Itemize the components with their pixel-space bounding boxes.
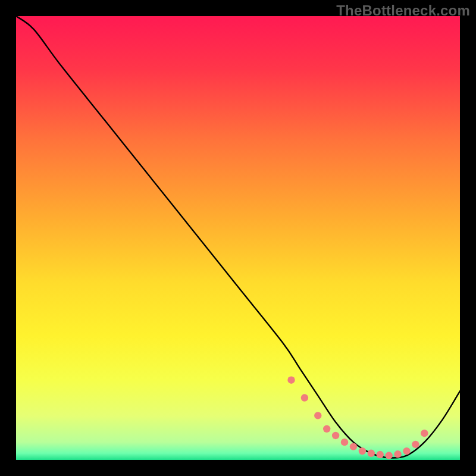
plot-area bbox=[16, 16, 460, 460]
valley-marker bbox=[314, 412, 321, 419]
valley-marker bbox=[341, 439, 348, 446]
valley-marker bbox=[421, 430, 428, 437]
valley-marker bbox=[332, 432, 339, 439]
valley-marker bbox=[287, 377, 295, 384]
valley-marker bbox=[394, 450, 401, 458]
valley-marker bbox=[359, 447, 366, 455]
valley-marker bbox=[403, 447, 410, 455]
valley-marker bbox=[301, 394, 308, 401]
heatmap-background bbox=[16, 16, 460, 460]
valley-marker bbox=[377, 451, 384, 458]
valley-marker bbox=[385, 452, 392, 459]
valley-marker bbox=[350, 443, 357, 450]
watermark-text: TheBottleneck.com bbox=[336, 2, 470, 19]
valley-marker bbox=[368, 450, 375, 457]
plot-svg bbox=[16, 16, 460, 460]
chart-frame: TheBottleneck.com bbox=[0, 0, 476, 476]
valley-marker bbox=[323, 425, 330, 433]
valley-marker bbox=[412, 441, 419, 448]
